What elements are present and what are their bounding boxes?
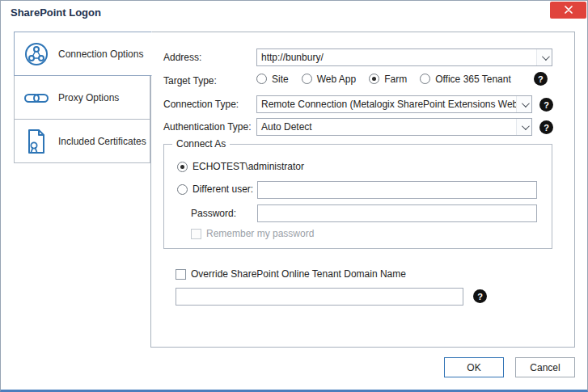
radio-current-user-control <box>177 162 188 172</box>
radio-office-365-tenant-label: Office 365 Tenant <box>435 74 511 85</box>
cancel-button[interactable]: Cancel <box>515 357 575 377</box>
tab-connection-options-label: Connection Options <box>58 48 143 60</box>
radio-web-app-control <box>302 74 312 84</box>
sharepoint-logon-dialog: SharePoint Logon Connection Options <box>0 0 588 392</box>
title-bar[interactable]: SharePoint Logon <box>1 1 587 25</box>
remember-password-checkbox-control <box>191 229 201 239</box>
close-icon <box>565 4 573 16</box>
password-input[interactable] <box>257 204 537 222</box>
different-user-label: Different user: <box>192 183 253 195</box>
address-dropdown-arrow-icon[interactable] <box>536 49 552 65</box>
tenant-domain-input[interactable] <box>176 288 463 306</box>
network-nodes-icon <box>22 40 51 69</box>
address-combobox[interactable]: http://bunbury/ <box>256 48 552 66</box>
connect-as-title: Connect As <box>172 138 230 150</box>
radio-office-365-tenant-control <box>420 74 430 84</box>
close-button[interactable] <box>550 2 586 19</box>
remember-password-checkbox[interactable]: Remember my password <box>191 228 314 239</box>
tab-proxy-options-label: Proxy Options <box>58 92 119 103</box>
override-tenant-checkbox-control <box>176 269 186 280</box>
target-type-radio-group: Site Web App Farm Office 365 Tenant ? <box>256 72 548 86</box>
authentication-type-value: Auto Detect <box>257 119 516 135</box>
radio-farm[interactable]: Farm <box>369 74 407 85</box>
radio-web-app-label: Web App <box>317 74 356 85</box>
window-title: SharePoint Logon <box>11 6 101 19</box>
radio-site-control <box>256 74 267 84</box>
password-label: Password: <box>191 208 236 219</box>
ok-button[interactable]: OK <box>444 357 504 377</box>
radio-current-user[interactable]: ECHOTEST\administrator <box>177 161 304 172</box>
address-value: http://bunbury/ <box>257 49 536 65</box>
connection-type-value: Remote Connection (Metalogix SharePoint … <box>257 96 516 112</box>
radio-site[interactable]: Site <box>256 74 289 85</box>
tab-connection-options[interactable]: Connection Options <box>14 32 152 76</box>
address-label: Address: <box>163 52 201 63</box>
radio-different-user-control <box>177 184 188 195</box>
chain-links-icon <box>22 83 51 112</box>
authentication-type-help-icon[interactable]: ? <box>539 120 553 134</box>
connect-as-groupbox: Connect As ECHOTEST\administrator Differ… <box>163 144 552 249</box>
radio-office-365-tenant[interactable]: Office 365 Tenant <box>420 74 511 85</box>
radio-web-app[interactable]: Web App <box>302 74 356 85</box>
connection-type-combobox[interactable]: Remote Connection (Metalogix SharePoint … <box>256 95 532 113</box>
authentication-type-combobox[interactable]: Auto Detect <box>256 118 532 136</box>
radio-site-label: Site <box>272 74 289 85</box>
certificate-icon <box>22 127 51 156</box>
override-tenant-checkbox[interactable]: Override SharePoint Online Tenant Domain… <box>176 268 406 280</box>
authentication-type-label: Authentication Type: <box>163 121 252 133</box>
tab-included-certificates[interactable]: Included Certificates <box>14 119 150 163</box>
target-type-label: Target Type: <box>163 75 217 86</box>
tab-proxy-options[interactable]: Proxy Options <box>14 75 150 120</box>
radio-different-user[interactable]: Different user: <box>177 183 253 195</box>
connection-options-panel: Address: http://bunbury/ Target Type: Si… <box>150 32 575 348</box>
tab-included-certificates-label: Included Certificates <box>58 136 146 147</box>
connection-type-dropdown-arrow-icon[interactable] <box>516 96 531 112</box>
target-type-help-icon[interactable]: ? <box>534 72 548 86</box>
remember-password-label: Remember my password <box>206 228 314 239</box>
tenant-domain-help-icon[interactable]: ? <box>473 289 487 303</box>
connection-type-help-icon[interactable]: ? <box>539 98 553 112</box>
radio-farm-control <box>369 74 379 84</box>
authentication-type-dropdown-arrow-icon[interactable] <box>516 119 531 135</box>
override-tenant-label: Override SharePoint Online Tenant Domain… <box>191 268 406 280</box>
radio-farm-label: Farm <box>384 74 407 85</box>
different-user-input[interactable] <box>257 181 537 199</box>
connection-type-label: Connection Type: <box>163 99 239 110</box>
current-user-label: ECHOTEST\administrator <box>192 161 304 172</box>
